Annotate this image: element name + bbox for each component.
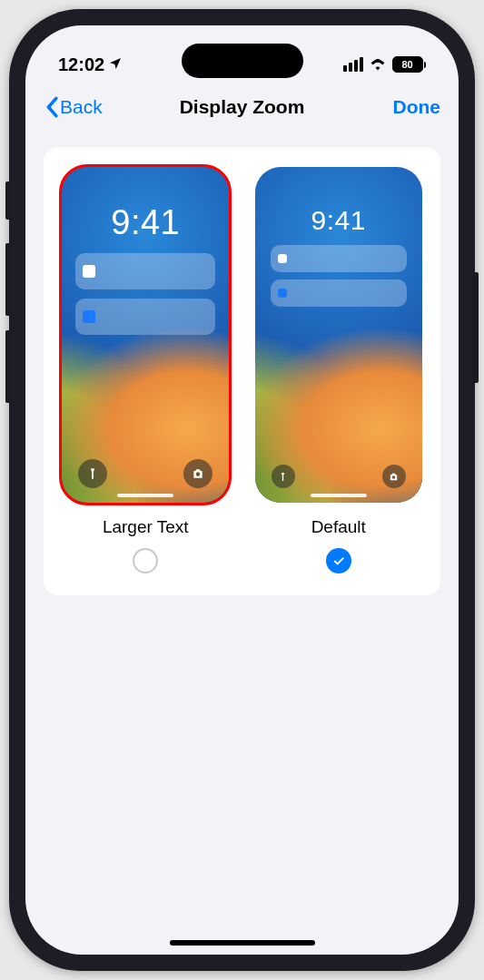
cellular-icon [343,57,363,72]
preview-bottom [255,465,422,488]
battery-percent: 80 [401,59,412,70]
widget-icon [278,254,287,263]
status-left: 12:02 [58,54,123,75]
preview-bottom [62,459,229,488]
dynamic-island [182,44,303,78]
preview-content: 9:41 [62,167,229,503]
option-label: Larger Text [103,517,189,537]
status-time: 12:02 [58,54,104,75]
volume-up [5,243,11,316]
location-icon [108,56,123,74]
preview-content: 9:41 [255,167,422,503]
back-label: Back [60,96,103,118]
preview-time: 9:41 [111,203,180,242]
status-right: 80 [343,54,427,75]
flashlight-icon [272,465,295,488]
option-default[interactable]: 9:41 Default [253,167,425,573]
nav-bar: Back Display Zoom Done [25,83,459,134]
preview-widget [271,245,407,272]
preview-home-indicator [117,494,173,497]
back-button[interactable]: Back [44,96,103,118]
camera-icon [183,459,212,488]
chevron-left-icon [44,96,60,118]
option-label: Default [311,517,366,537]
battery-icon: 80 [392,56,427,73]
radio-larger-text[interactable] [133,548,158,573]
option-larger-text[interactable]: 9:41 Larger Text [60,167,232,573]
preview-larger-text[interactable]: 9:41 [62,167,229,503]
page-title: Display Zoom [180,96,305,118]
preview-time: 9:41 [311,205,366,236]
widget-icon [83,310,95,323]
silence-switch [5,181,11,220]
power-button [473,272,479,383]
widget-icon [83,265,95,278]
preview-widget [75,299,215,335]
flashlight-icon [78,459,107,488]
volume-down [5,330,11,403]
camera-icon [382,465,406,488]
preview-widget [271,279,407,307]
wifi-icon [369,54,387,75]
screen: 12:02 80 Back Display Zoo [25,25,459,955]
checkmark-icon [331,554,346,568]
preview-home-indicator [311,494,367,497]
radio-default[interactable] [326,548,351,573]
widget-icon [278,289,287,298]
done-button[interactable]: Done [393,96,441,118]
preview-default[interactable]: 9:41 [255,167,422,503]
options-card: 9:41 Larger Text [44,147,440,595]
preview-widget [75,253,215,289]
home-indicator[interactable] [170,940,315,946]
iphone-frame: 12:02 80 Back Display Zoo [9,9,475,971]
